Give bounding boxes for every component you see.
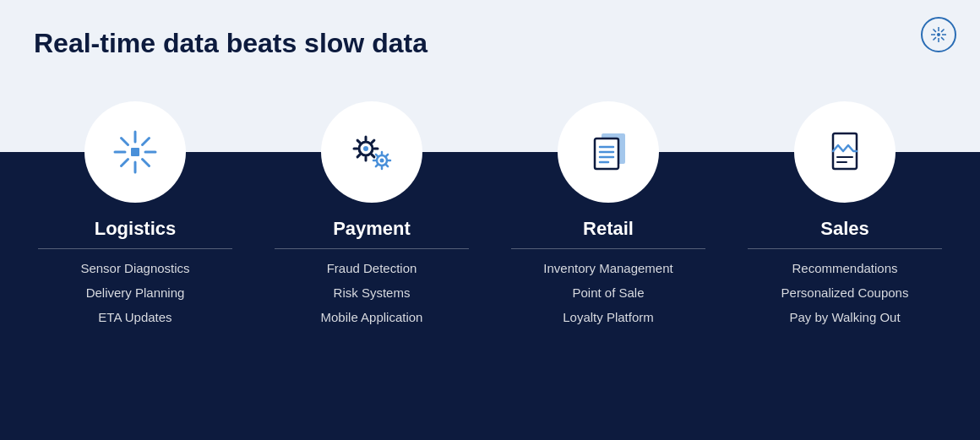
sales-icon-circle [794, 101, 896, 203]
svg-line-5 [934, 30, 936, 32]
svg-line-7 [941, 30, 944, 32]
logistics-title: Logistics [95, 218, 177, 240]
sales-items: Recommendations Personalized Coupons Pay… [781, 261, 909, 324]
columns-wrapper: Logistics Sensor Diagnostics Delivery Pl… [17, 152, 963, 324]
svg-line-25 [372, 155, 374, 157]
retail-title: Retail [583, 218, 634, 240]
logistics-divider [38, 248, 232, 249]
list-item: Inventory Management [543, 261, 672, 275]
svg-line-24 [357, 140, 360, 143]
svg-line-6 [941, 37, 944, 40]
sales-title: Sales [820, 218, 869, 240]
list-item: Risk Systems [334, 285, 411, 300]
svg-line-35 [386, 165, 388, 166]
retail-divider [511, 248, 705, 249]
svg-line-14 [143, 160, 150, 166]
svg-line-16 [122, 160, 128, 166]
retail-items: Inventory Management Point of Sale Loyal… [543, 261, 672, 324]
svg-line-8 [934, 37, 936, 40]
list-item: Sensor Diagnostics [80, 261, 189, 275]
svg-line-37 [376, 165, 378, 166]
svg-line-15 [143, 139, 150, 145]
page-title: Real-time data beats slow data [34, 27, 980, 59]
list-item: Point of Sale [572, 285, 644, 300]
list-item: ETA Updates [98, 310, 172, 324]
svg-point-29 [380, 159, 384, 163]
payment-title: Payment [333, 218, 411, 240]
column-logistics: Logistics Sensor Diagnostics Delivery Pl… [38, 152, 232, 324]
list-item: Recommendations [792, 261, 897, 275]
svg-line-26 [372, 140, 374, 143]
list-item: Pay by Walking Out [789, 310, 900, 324]
list-item: Loyalty Platform [563, 310, 654, 324]
svg-line-27 [357, 155, 360, 157]
svg-rect-39 [595, 139, 618, 169]
sales-divider [748, 248, 942, 249]
column-payment: Payment Fraud Detection Risk Systems Mob… [275, 152, 469, 324]
logo-icon [921, 17, 956, 52]
logistics-items: Sensor Diagnostics Delivery Planning ETA… [80, 261, 189, 324]
list-item: Fraud Detection [327, 261, 417, 275]
bottom-section: Logistics Sensor Diagnostics Delivery Pl… [0, 152, 980, 440]
svg-point-0 [937, 33, 940, 36]
list-item: Mobile Application [321, 310, 423, 324]
svg-point-19 [363, 146, 368, 151]
logistics-icon-circle [84, 101, 186, 203]
svg-line-13 [122, 139, 128, 145]
retail-icon-circle [558, 101, 659, 203]
payment-divider [275, 248, 469, 249]
svg-line-34 [376, 155, 378, 156]
payment-items: Fraud Detection Risk Systems Mobile Appl… [321, 261, 423, 324]
svg-line-36 [386, 155, 388, 156]
svg-rect-17 [131, 148, 139, 156]
list-item: Delivery Planning [86, 285, 185, 300]
list-item: Personalized Coupons [781, 285, 909, 300]
column-retail: Retail Inventory Management Point of Sal… [511, 152, 705, 324]
column-sales: Sales Recommendations Personalized Coupo… [748, 152, 942, 324]
payment-icon-circle [321, 101, 422, 203]
